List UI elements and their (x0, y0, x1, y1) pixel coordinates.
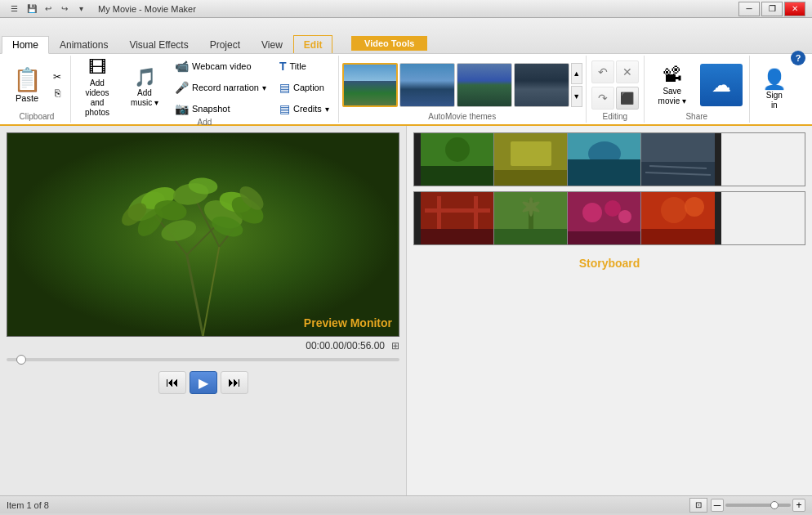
webcam-icon: 📹 (175, 60, 189, 73)
zoom-thumb[interactable] (770, 501, 779, 509)
restore-btn[interactable]: ❐ (761, 2, 783, 16)
dropdown-quick-btn[interactable]: ▾ (74, 2, 88, 16)
status-bar: Item 1 of 8 ⊡ ─ + (0, 495, 812, 513)
tab-view[interactable]: View (251, 35, 293, 53)
split-button[interactable]: ⬛ (616, 87, 639, 110)
filmstrip-right-bar-2 (715, 192, 721, 244)
caption-button[interactable]: ▤ Caption (275, 78, 333, 96)
help-button[interactable]: ? (791, 51, 805, 65)
tab-project[interactable]: Project (199, 35, 251, 53)
theme-2[interactable] (399, 63, 455, 107)
paste-button[interactable]: 📋 Paste (8, 60, 46, 110)
ribbon-group-themes: ▲ ▼ AutoMovie themes (339, 56, 587, 123)
filmstrip-right-bar-1 (715, 133, 721, 186)
status-item-info: Item 1 of 8 (7, 500, 49, 510)
preview-video (7, 133, 399, 336)
play-button[interactable]: ▶ (190, 371, 217, 394)
tab-visual-effects[interactable]: Visual Effects (118, 35, 199, 53)
ribbon: 📋 Paste ✂ ⎘ Clipboard 🎞 Add videosand ph… (0, 54, 812, 126)
sign-in-label: Signin (766, 91, 783, 110)
rotate-right-button[interactable]: ↷ (591, 87, 614, 110)
tab-animations[interactable]: Animations (49, 35, 118, 53)
narration-label: Record narration (192, 83, 259, 92)
rotate-left-button[interactable]: ↶ (591, 60, 614, 83)
tab-home[interactable]: Home (2, 36, 49, 54)
sign-in-button[interactable]: 👤 Signin (756, 65, 792, 114)
add-videos-button[interactable]: 🎞 Add videosand photos (76, 63, 118, 112)
zoom-slider[interactable] (725, 504, 791, 507)
add-content: 🎞 Add videosand photos 🎵 Addmusic ▾ 📹 We… (76, 57, 333, 118)
credits-button[interactable]: ▤ Credits ▾ (275, 100, 333, 118)
app-menu-button[interactable]: ☰ (7, 2, 21, 16)
app-title: My Movie - Movie Maker (98, 4, 196, 14)
fast-forward-button[interactable]: ⏭ (221, 371, 248, 394)
theme-scroll-up[interactable]: ▲ (571, 63, 582, 84)
svg-rect-0 (8, 133, 397, 336)
narration-button[interactable]: 🎤 Record narration ▾ (171, 78, 270, 96)
film-frame-7[interactable] (568, 192, 641, 244)
theme-3[interactable] (457, 63, 512, 107)
frame-4-image (641, 133, 715, 186)
rewind-button[interactable]: ⏮ (158, 371, 186, 394)
film-frame-6[interactable] (494, 192, 568, 244)
save-quick-btn[interactable]: 💾 (25, 2, 39, 16)
theme-scroll-down[interactable]: ▼ (571, 86, 582, 107)
storyboard-area: Storyboard (407, 126, 812, 495)
snapshot-button[interactable]: 📷 Snapshot (171, 100, 270, 118)
redo-quick-btn[interactable]: ↪ (57, 2, 72, 16)
film-frame-5[interactable] (421, 192, 494, 244)
undo-quick-btn[interactable]: ↩ (41, 2, 56, 16)
fit-window-button[interactable]: ⊡ (689, 498, 707, 513)
film-frame-8[interactable] (641, 192, 715, 244)
frame-1-image (421, 133, 494, 186)
expand-button[interactable]: ⊞ (391, 340, 399, 352)
save-movie-icon: 📽 (663, 64, 682, 87)
film-frame-1[interactable] (421, 133, 494, 186)
svg-point-47 (618, 210, 631, 223)
film-frame-2[interactable] (494, 133, 568, 186)
clipboard-group-label: Clipboard (20, 112, 55, 121)
svg-rect-24 (511, 141, 551, 166)
filmstrip-left-bar-2 (414, 192, 421, 244)
minimize-btn[interactable]: ─ (738, 2, 760, 16)
theme-thumbnails (342, 63, 569, 107)
time-code: 00:00.00/00:56.00 (306, 340, 385, 352)
onedrive-button[interactable]: ☁ (700, 64, 743, 106)
film-frame-4[interactable] (641, 133, 715, 186)
zoom-in-button[interactable]: + (792, 499, 805, 512)
theme-4[interactable] (514, 63, 569, 107)
credits-icon: ▤ (279, 102, 290, 115)
snapshot-label: Snapshot (192, 104, 230, 114)
video-tools-label: Video Tools (351, 36, 427, 51)
theme-1[interactable] (342, 63, 398, 107)
text-col: T Title ▤ Caption ▤ Credits ▾ (275, 57, 333, 118)
film-frame-3[interactable] (568, 133, 641, 186)
main-content: Preview Monitor 00:00.00/00:56.00 ⊞ ⏮ ▶ … (0, 126, 812, 495)
copy-button[interactable]: ⎘ (49, 86, 65, 101)
tab-edit[interactable]: Edit (293, 35, 333, 53)
close-btn[interactable]: ✕ (784, 2, 805, 16)
person-icon: 👤 (762, 68, 787, 91)
theme-scroll-buttons: ▲ ▼ (571, 63, 582, 107)
caption-label: Caption (293, 83, 324, 92)
seek-thumb[interactable] (16, 355, 26, 365)
trim-button[interactable]: ✕ (616, 60, 639, 83)
tabs-area: Video Tools Home Animations Visual Effec… (0, 18, 812, 54)
title-button[interactable]: T Title (275, 57, 333, 75)
quick-access-toolbar: 💾 ↩ ↪ ▾ (25, 2, 88, 16)
webcam-button[interactable]: 📹 Webcam video (171, 57, 270, 75)
svg-point-46 (605, 200, 621, 217)
cut-button[interactable]: ✂ (49, 69, 65, 84)
seek-bar[interactable] (7, 358, 399, 361)
frame-8-image (641, 192, 715, 244)
add-music-button[interactable]: 🎵 Addmusic ▾ (123, 63, 166, 112)
paste-label: Paste (16, 93, 38, 103)
ribbon-group-signin: 👤 Signin (750, 56, 799, 123)
cloud-icon: ☁ (712, 74, 731, 96)
mic-icon: 🎤 (175, 81, 189, 94)
zoom-out-button[interactable]: ─ (711, 499, 724, 512)
svg-rect-43 (494, 229, 568, 244)
title-bar: ☰ 💾 ↩ ↪ ▾ My Movie - Movie Maker ─ ❐ ✕ (0, 0, 812, 18)
save-movie-button[interactable]: 📽 Savemovie ▾ (651, 60, 694, 110)
camera-icon: 📷 (175, 102, 189, 115)
